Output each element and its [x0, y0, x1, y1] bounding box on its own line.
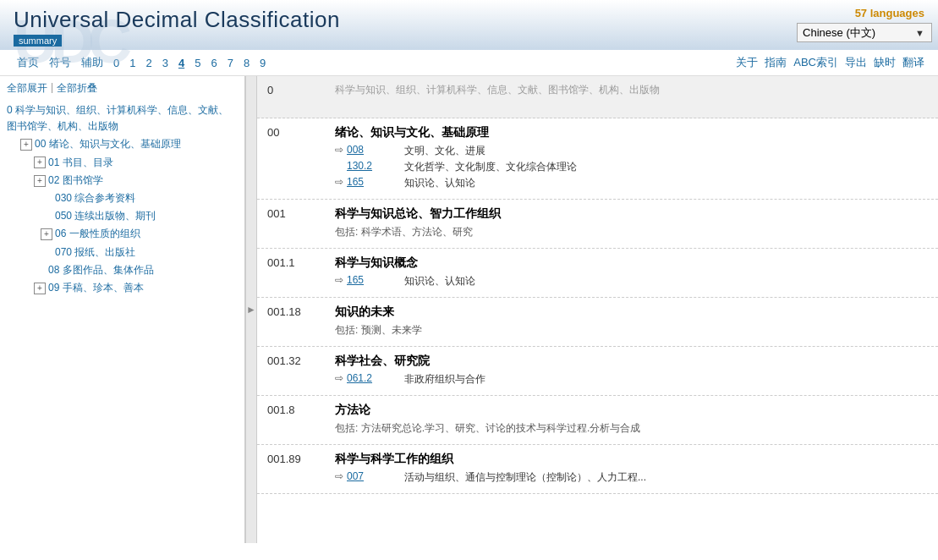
entry-content-00132: 科学社会、研究院 ⇨ 061.2 非政府组织与合作: [335, 354, 928, 388]
entry-title-00: 绪论、知识与文化、基础原理: [335, 125, 928, 140]
nav-home[interactable]: 首页: [14, 53, 42, 72]
page-subtitle: summary: [14, 35, 62, 47]
tree-link-0[interactable]: 0 科学与知识、组织、计算机科学、信息、文献、图书馆学、机构、出版物: [7, 104, 228, 132]
entry-title-001: 科学与知识总论、智力工作组织: [335, 206, 928, 222]
ref-desc-165b: 知识论、认知论: [404, 274, 475, 288]
entry-code-0018: 001.8: [267, 403, 335, 437]
entry-code-00: 00: [267, 125, 335, 192]
entry-ref-0011-1: ⇨ 165 知识论、认知论: [335, 274, 928, 288]
entry-content-00189: 科学与科学工作的组织 ⇨ 007 活动与组织、通信与控制理论（控制论）、人力工程…: [335, 452, 928, 486]
nav-2[interactable]: 2: [142, 55, 155, 71]
ref-link-165b[interactable]: 165: [347, 274, 398, 286]
ref-desc-1302: 文化哲学、文化制度、文化综合体理论: [404, 160, 577, 174]
nav-export[interactable]: 导出: [845, 55, 867, 70]
nav-5[interactable]: 5: [191, 55, 204, 71]
tree-link-050[interactable]: 050 连续出版物、期刊: [55, 210, 156, 222]
nav-4[interactable]: 4: [175, 55, 188, 71]
nav-auxiliary[interactable]: 辅助: [78, 53, 107, 72]
expand-icon-00[interactable]: +: [20, 139, 32, 151]
entry-ref-00189-1: ⇨ 007 活动与组织、通信与控制理论（控制论）、人力工程...: [335, 470, 928, 485]
nav-3[interactable]: 3: [159, 55, 172, 71]
tree-link-01[interactable]: 01 书目、目录: [48, 156, 113, 168]
expand-icon-09[interactable]: +: [34, 283, 46, 294]
entry-ref-00-2: ⇨ 130.2 文化哲学、文化制度、文化综合体理论: [335, 160, 928, 174]
nav-missing[interactable]: 缺时: [874, 55, 896, 70]
left-panel: 全部展开 | 全部折叠 0 科学与知识、组织、计算机科学、信息、文献、图书馆学、…: [0, 76, 245, 543]
entry-content-0: 科学与知识、组织、计算机科学、信息、文献、图书馆学、机构、出版物: [335, 83, 928, 111]
entry-code-00189: 001.89: [267, 452, 335, 486]
tree-item-09: +09 手稿、珍本、善本: [34, 280, 238, 296]
entry-refs-00189: ⇨ 007 活动与组织、通信与控制理论（控制论）、人力工程...: [335, 470, 928, 485]
ref-arrow-icon-6: ⇨: [335, 470, 343, 482]
tree-link-08[interactable]: 08 多图作品、集体作品: [48, 264, 154, 276]
entry-content-001: 科学与知识总论、智力工作组织 包括: 科学术语、方法论、研究: [335, 206, 928, 241]
entry-code-00132: 001.32: [267, 354, 335, 388]
ref-link-007[interactable]: 007: [347, 470, 398, 482]
nav-about[interactable]: 关于: [736, 55, 758, 70]
expand-icon-01[interactable]: +: [34, 156, 46, 168]
ref-desc-165: 知识论、认知论: [404, 176, 475, 190]
tree-item-01: +01 书目、目录: [34, 155, 238, 171]
nav-translate[interactable]: 翻译: [902, 55, 924, 70]
tree-item-06: +06 一般性质的组织: [41, 226, 238, 242]
entry-0018: 001.8 方法论 包括: 方法研究总论.学习、研究、讨论的技术与科学过程.分析…: [257, 396, 938, 445]
nav-0[interactable]: 0: [110, 55, 123, 71]
nav-6[interactable]: 6: [207, 55, 220, 71]
nav-1[interactable]: 1: [126, 55, 139, 71]
entry-code-00118: 001.18: [267, 305, 335, 339]
ref-link-1302[interactable]: 130.2: [347, 160, 398, 172]
expand-icon-06[interactable]: +: [41, 228, 52, 240]
nav-right: 关于 指南 ABC索引 导出 缺时 翻译: [736, 55, 924, 70]
nav-7[interactable]: 7: [224, 55, 237, 71]
splitter-arrow-icon: ►: [246, 304, 256, 316]
entry-title-00118: 知识的未来: [335, 305, 928, 320]
tree-link-030[interactable]: 030 综合参考资料: [55, 192, 135, 204]
nav-guide[interactable]: 指南: [765, 55, 787, 70]
tree-item-0: 0 科学与知识、组织、计算机科学、信息、文献、图书馆学、机构、出版物: [7, 102, 238, 135]
ref-arrow-icon-5: ⇨: [335, 372, 343, 384]
entry-note-0018: 包括: 方法研究总论.学习、研究、讨论的技术与科学过程.分析与合成: [335, 421, 928, 436]
ref-arrow-icon-4: ⇨: [335, 274, 343, 286]
ref-arrow-icon: ⇨: [335, 144, 343, 156]
entry-0: 0 科学与知识、组织、计算机科学、信息、文献、图书馆学、机构、出版物: [257, 76, 938, 118]
entry-ref-00132-1: ⇨ 061.2 非政府组织与合作: [335, 372, 928, 387]
entry-title-0011: 科学与知识概念: [335, 255, 928, 271]
entry-00189: 001.89 科学与科学工作的组织 ⇨ 007 活动与组织、通信与控制理论（控制…: [257, 445, 938, 494]
tree-link-09[interactable]: 09 手稿、珍本、善本: [48, 282, 144, 294]
collapse-all-button[interactable]: 全部折叠: [57, 81, 97, 96]
ref-desc-0612: 非政府组织与合作: [404, 372, 485, 387]
tree-toolbar: 全部展开 | 全部折叠: [7, 81, 238, 96]
entry-code-0: 0: [267, 83, 335, 111]
entry-001: 001 科学与知识总论、智力工作组织 包括: 科学术语、方法论、研究: [257, 200, 938, 249]
entry-title-0018: 方法论: [335, 403, 928, 418]
tree-item-08: 08 多图作品、集体作品: [34, 262, 238, 278]
entry-refs-00132: ⇨ 061.2 非政府组织与合作: [335, 372, 928, 387]
entry-00: 00 绪论、知识与文化、基础原理 ⇨ 008 文明、文化、进展 ⇨ 130.2 …: [257, 118, 938, 200]
nav-8[interactable]: 8: [240, 55, 253, 71]
tree-link-00[interactable]: 00 绪论、知识与文化、基础原理: [35, 138, 181, 150]
entry-00118: 001.18 知识的未来 包括: 预测、未来学: [257, 298, 938, 347]
entry-content-00118: 知识的未来 包括: 预测、未来学: [335, 305, 928, 339]
tree-link-02[interactable]: 02 图书馆学: [48, 174, 103, 186]
main-content: 全部展开 | 全部折叠 0 科学与知识、组织、计算机科学、信息、文献、图书馆学、…: [0, 76, 938, 543]
ref-desc-007: 活动与组织、通信与控制理论（控制论）、人力工程...: [404, 470, 646, 485]
nav-symbols[interactable]: 符号: [46, 53, 74, 72]
tree-link-070[interactable]: 070 报纸、出版社: [55, 246, 135, 258]
ref-link-165[interactable]: 165: [347, 176, 398, 188]
ref-link-008[interactable]: 008: [347, 144, 398, 156]
page-title: Universal Decimal Classification: [14, 7, 924, 33]
entry-content-00: 绪论、知识与文化、基础原理 ⇨ 008 文明、文化、进展 ⇨ 130.2 文化哲…: [335, 125, 928, 192]
expand-all-button[interactable]: 全部展开: [7, 81, 47, 96]
nav-9[interactable]: 9: [256, 55, 269, 71]
tree-link-06[interactable]: 06 一般性质的组织: [55, 228, 140, 239]
entry-note-00118: 包括: 预测、未来学: [335, 323, 928, 338]
nav-abc-index[interactable]: ABC索引: [793, 55, 838, 70]
entry-code-0011: 001.1: [267, 255, 335, 290]
panel-splitter[interactable]: ►: [245, 76, 257, 543]
ref-link-0612[interactable]: 061.2: [347, 372, 398, 384]
entry-ref-00-1: ⇨ 008 文明、文化、进展: [335, 144, 928, 158]
expand-icon-02[interactable]: +: [34, 175, 46, 187]
navbar: 首页 符号 辅助 0 1 2 3 4 5 6 7 8 9 关于 指南 ABC索引…: [0, 50, 938, 76]
entry-title-00132: 科学社会、研究院: [335, 354, 928, 369]
entry-ref-00-3: ⇨ 165 知识论、认知论: [335, 176, 928, 190]
